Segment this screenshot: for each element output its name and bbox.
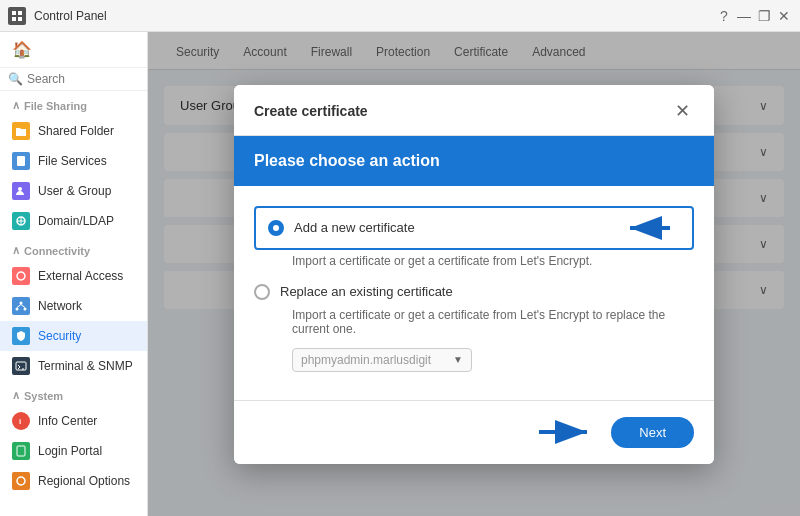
arrow-annotation-2 [539,420,599,444]
info-icon: i [12,412,30,430]
svg-point-19 [17,477,25,485]
sidebar-item-domain-ldap[interactable]: Domain/LDAP [0,206,147,236]
create-certificate-modal: Create certificate ✕ Please choose an ac… [234,85,714,464]
external-access-icon [12,267,30,285]
sidebar-search-container: 🔍 [0,68,147,91]
sidebar-item-user-group[interactable]: User & Group [0,176,147,206]
radio-replace-dot [254,284,270,300]
option-replace: Replace an existing certificate Import a… [254,280,694,372]
sidebar-item-file-services[interactable]: File Services [0,146,147,176]
help-button[interactable]: ? [716,8,732,24]
sidebar-item-terminal-snmp[interactable]: Terminal & SNMP [0,351,147,381]
option-replace-row[interactable]: Replace an existing certificate [254,280,694,304]
option-replace-desc: Import a certificate or get a certificat… [292,308,694,336]
option-add-new-label: Add a new certificate [294,220,415,235]
section-connectivity: ∧ Connectivity [0,236,147,261]
sidebar-item-shared-folder[interactable]: Shared Folder [0,116,147,146]
sidebar-item-security[interactable]: Security [0,321,147,351]
app-icon [8,7,26,25]
user-group-icon [12,182,30,200]
option-add-new: Add a new certificate [254,206,694,268]
svg-rect-0 [12,11,16,15]
chevron-sys-icon: ∧ [12,389,20,402]
modal-overlay: Create certificate ✕ Please choose an ac… [148,32,800,516]
shared-folder-icon [12,122,30,140]
app-title: Control Panel [34,9,107,23]
svg-point-10 [20,302,23,305]
main-layout: 🏠 🔍 ∧ File Sharing Shared Folder File Se… [0,32,800,516]
modal-content: Add a new certificate [234,186,714,400]
minimize-button[interactable]: — [736,8,752,24]
modal-action-title: Please choose an action [254,152,440,169]
sidebar-item-external-access[interactable]: External Access [0,261,147,291]
arrow-annotation-1 [620,216,680,240]
svg-point-5 [18,187,22,191]
svg-point-12 [24,308,27,311]
svg-rect-15 [16,362,26,370]
modal-title: Create certificate [254,103,368,119]
window-controls: ? — ❐ ✕ [716,8,792,24]
svg-rect-2 [12,17,16,21]
svg-line-14 [21,305,25,308]
file-services-icon [12,152,30,170]
search-icon: 🔍 [8,72,23,86]
home-icon: 🏠 [12,40,32,59]
certificate-dropdown[interactable]: phpmyadmin.marlusdigit ▼ [292,348,472,372]
radio-add-new-dot [268,220,284,236]
svg-text:i: i [19,417,21,426]
option-add-new-row[interactable]: Add a new certificate [254,206,694,250]
modal-close-button[interactable]: ✕ [670,99,694,123]
title-bar: Control Panel ? — ❐ ✕ [0,0,800,32]
search-input[interactable] [27,72,139,86]
section-file-sharing: ∧ File Sharing [0,91,147,116]
dropdown-chevron-icon: ▼ [453,354,463,365]
domain-icon [12,212,30,230]
svg-rect-4 [17,156,25,166]
security-icon [12,327,30,345]
close-button[interactable]: ✕ [776,8,792,24]
option-add-new-desc: Import a certificate or get a certificat… [292,254,694,268]
next-button[interactable]: Next [611,417,694,448]
sidebar-home[interactable]: 🏠 [0,32,147,68]
sidebar-item-info-center[interactable]: i Info Center [0,406,147,436]
login-icon [12,442,30,460]
svg-rect-3 [18,17,22,21]
svg-point-9 [17,272,25,280]
content-area: Security Account Firewall Protection Cer… [148,32,800,516]
replace-dropdown: phpmyadmin.marlusdigit ▼ [292,348,694,372]
terminal-icon [12,357,30,375]
chevron-conn-icon: ∧ [12,244,20,257]
modal-action-header: Please choose an action [234,136,714,186]
sidebar-item-regional-options[interactable]: Regional Options [0,466,147,496]
section-system: ∧ System [0,381,147,406]
regional-icon [12,472,30,490]
chevron-down-icon: ∧ [12,99,20,112]
svg-line-13 [17,305,21,308]
sidebar: 🏠 🔍 ∧ File Sharing Shared Folder File Se… [0,32,148,516]
sidebar-item-login-portal[interactable]: Login Portal [0,436,147,466]
svg-point-11 [16,308,19,311]
option-replace-label: Replace an existing certificate [280,284,453,299]
svg-rect-1 [18,11,22,15]
modal-footer: Next [234,400,714,464]
svg-rect-18 [17,446,25,456]
maximize-button[interactable]: ❐ [756,8,772,24]
network-icon [12,297,30,315]
sidebar-item-network[interactable]: Network [0,291,147,321]
modal-header: Create certificate ✕ [234,85,714,136]
